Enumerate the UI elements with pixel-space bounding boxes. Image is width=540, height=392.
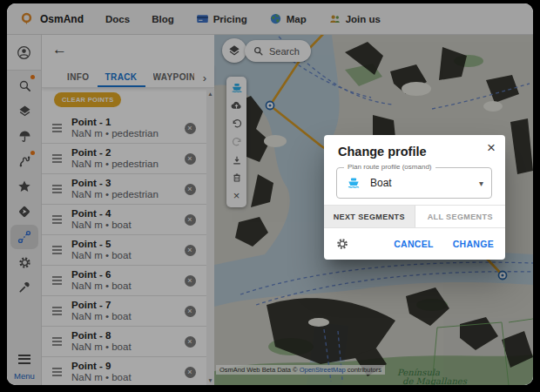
profile-select-value: Boat — [370, 177, 392, 189]
segments-toggle: NEXT SEGMENTS ALL SEGMENTS — [324, 205, 505, 228]
next-segments-button[interactable]: NEXT SEGMENTS — [324, 206, 415, 227]
chevron-down-icon: ▾ — [479, 179, 483, 188]
app-window: OsmAnd Docs Blog Pricing Map Join us — [7, 3, 533, 385]
boat-profile-icon — [346, 175, 361, 191]
dialog-actions: CANCEL CHANGE — [324, 228, 505, 260]
cancel-button[interactable]: CANCEL — [394, 239, 434, 249]
change-button[interactable]: CHANGE — [453, 239, 494, 249]
profile-select[interactable]: Plan route profile (osmand) Boat ▾ — [336, 167, 492, 199]
profile-settings-button[interactable] — [335, 237, 349, 251]
change-profile-dialog: Change profile × Plan route profile (osm… — [324, 135, 505, 260]
settings-gear-icon — [335, 237, 349, 251]
dialog-close-icon[interactable]: × — [487, 139, 496, 157]
all-segments-button[interactable]: ALL SEGMENTS — [415, 206, 506, 227]
profile-select-label: Plan route profile (osmand) — [344, 163, 435, 171]
dialog-title: Change profile — [338, 145, 427, 159]
